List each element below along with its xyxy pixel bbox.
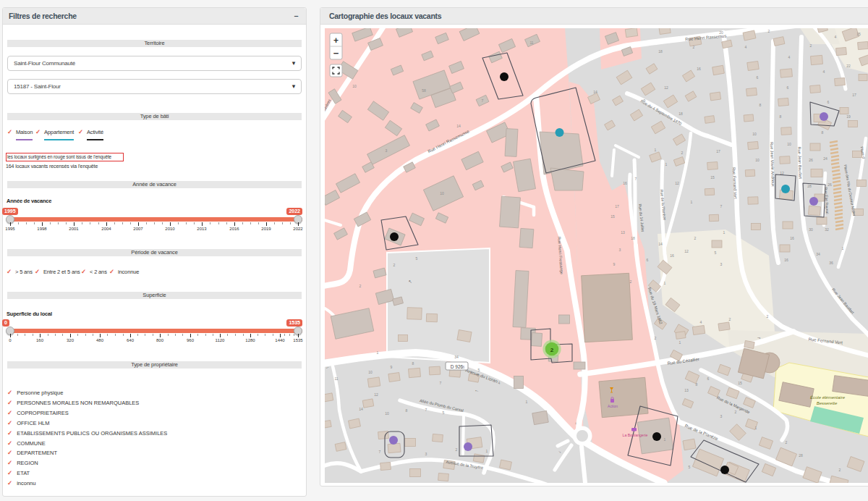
svg-text:16: 16: [670, 253, 674, 258]
svg-text:34: 34: [454, 355, 459, 359]
svg-text:9: 9: [644, 98, 646, 103]
svg-text:10: 10: [755, 158, 760, 162]
svg-text:4: 4: [788, 55, 791, 59]
svg-text:2: 2: [359, 284, 362, 288]
svg-text:Action: Action: [608, 404, 618, 408]
svg-text:1: 1: [679, 340, 681, 345]
svg-text:10: 10: [440, 191, 444, 195]
svg-text:4: 4: [700, 320, 702, 324]
svg-text:14: 14: [456, 124, 461, 128]
svg-text:→: →: [756, 334, 762, 340]
svg-text:15: 15: [710, 175, 715, 180]
svg-text:15: 15: [738, 381, 742, 385]
svg-text:2: 2: [768, 29, 770, 33]
svg-text:7: 7: [425, 408, 427, 412]
svg-text:2: 2: [767, 314, 769, 319]
svg-text:2: 2: [630, 279, 632, 284]
svg-text:−: −: [333, 48, 339, 59]
svg-text:6: 6: [647, 258, 649, 262]
svg-text:5: 5: [416, 256, 418, 261]
svg-text:16: 16: [623, 181, 627, 185]
svg-text:10: 10: [752, 132, 757, 136]
svg-text:32: 32: [825, 227, 829, 232]
svg-text:12: 12: [684, 249, 689, 253]
svg-text:9: 9: [613, 262, 616, 266]
svg-text:10: 10: [352, 84, 357, 88]
svg-text:2: 2: [786, 440, 788, 445]
svg-text:3: 3: [425, 452, 427, 456]
svg-text:D 926: D 926: [451, 364, 464, 369]
svg-text:2: 2: [694, 236, 697, 240]
svg-text:26: 26: [827, 182, 832, 187]
svg-text:12: 12: [675, 181, 679, 185]
svg-text:7: 7: [635, 177, 637, 181]
svg-text:2: 2: [550, 347, 554, 353]
svg-text:8: 8: [822, 130, 824, 135]
svg-text:8: 8: [412, 361, 414, 366]
svg-text:36: 36: [829, 261, 833, 265]
svg-text:2: 2: [810, 43, 812, 48]
svg-text:3: 3: [720, 414, 723, 418]
svg-text:10: 10: [368, 370, 373, 374]
svg-text:↓: ↓: [575, 421, 577, 425]
svg-text:14: 14: [593, 90, 597, 94]
svg-text:18: 18: [658, 49, 663, 54]
svg-text:←: ←: [325, 365, 330, 370]
svg-text:4: 4: [835, 35, 837, 39]
svg-text:1: 1: [691, 200, 693, 204]
svg-text:1: 1: [664, 437, 666, 442]
svg-text:1: 1: [755, 426, 757, 430]
svg-text:1: 1: [655, 148, 657, 152]
svg-text:12: 12: [780, 171, 784, 175]
svg-text:16: 16: [697, 67, 701, 71]
svg-text:8: 8: [760, 103, 762, 107]
svg-text:15: 15: [610, 214, 615, 219]
svg-text:18: 18: [631, 236, 635, 240]
svg-text:École élémentaire: École élémentaire: [810, 395, 846, 400]
svg-text:19: 19: [846, 114, 851, 119]
svg-text:6: 6: [757, 75, 759, 80]
svg-text:4: 4: [823, 70, 825, 74]
svg-text:11: 11: [529, 41, 533, 45]
svg-text:9: 9: [391, 365, 393, 369]
svg-text:13: 13: [684, 388, 689, 392]
svg-text:16: 16: [790, 236, 794, 240]
svg-text:↖: ↖: [408, 279, 412, 284]
svg-text:8: 8: [696, 382, 698, 387]
svg-text:7: 7: [482, 98, 484, 103]
svg-text:2: 2: [456, 447, 458, 452]
svg-text:14: 14: [658, 242, 663, 246]
svg-text:17: 17: [852, 93, 856, 97]
svg-text:2: 2: [729, 317, 731, 321]
svg-text:1: 1: [486, 449, 488, 453]
svg-text:6: 6: [707, 376, 710, 381]
svg-text:1: 1: [842, 246, 844, 250]
svg-text:4: 4: [745, 45, 747, 49]
svg-text:5: 5: [443, 411, 445, 415]
svg-text:58: 58: [422, 88, 426, 93]
svg-text:7: 7: [379, 450, 381, 454]
svg-text:2: 2: [393, 263, 396, 267]
svg-text:15: 15: [856, 32, 861, 36]
svg-text:30: 30: [809, 227, 813, 232]
svg-text:La Boulangerie: La Boulangerie: [623, 433, 648, 437]
svg-text:20: 20: [719, 30, 723, 35]
svg-text:3: 3: [720, 262, 723, 266]
svg-text:3: 3: [386, 148, 388, 153]
svg-text:12: 12: [374, 392, 378, 397]
svg-text:+: +: [333, 35, 339, 46]
svg-text:1: 1: [664, 281, 666, 285]
svg-text:28: 28: [807, 184, 812, 188]
svg-text:6: 6: [463, 365, 465, 369]
svg-text:26: 26: [809, 158, 813, 162]
svg-text:10: 10: [385, 411, 389, 416]
svg-text:34: 34: [816, 252, 820, 256]
svg-text:1: 1: [377, 350, 379, 355]
svg-text:6: 6: [787, 85, 789, 90]
svg-text:6: 6: [827, 100, 830, 104]
svg-text:5: 5: [478, 368, 480, 372]
svg-text:5: 5: [715, 250, 717, 255]
svg-text:8: 8: [780, 114, 782, 119]
svg-text:11: 11: [334, 376, 338, 381]
svg-text:7: 7: [720, 204, 723, 209]
